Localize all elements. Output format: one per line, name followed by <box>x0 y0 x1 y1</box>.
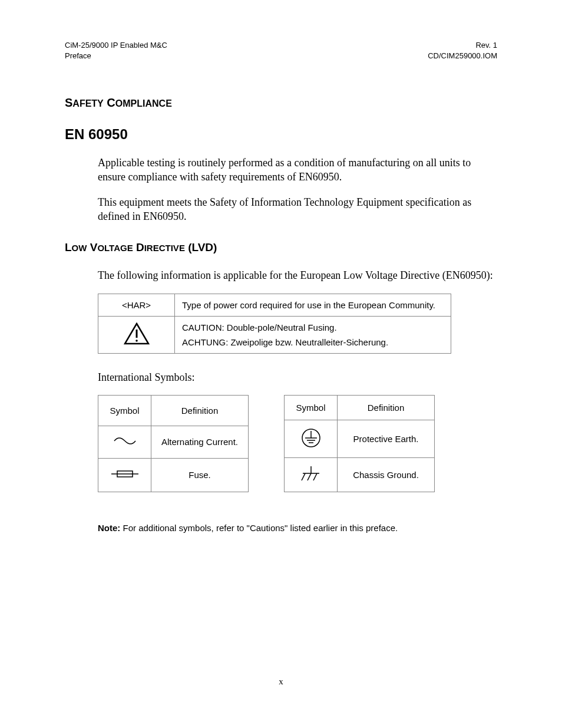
caution-triangle-icon <box>124 322 150 347</box>
definition-cell: Chassis Ground. <box>338 457 435 492</box>
table-cell-har: <HAR> <box>98 294 175 316</box>
heading-part: OMPLIANCE <box>115 98 172 108</box>
heading-part: IRECTIVE <box>144 243 185 253</box>
header-left-line2: Preface <box>65 51 167 61</box>
symbol-cell <box>285 457 338 492</box>
header-right-line2: CD/CIM259000.IOM <box>428 51 497 61</box>
note-paragraph: Note: For additional symbols, refer to "… <box>98 523 497 533</box>
symbol-table-left: Symbol Definition Alternating Current. <box>98 395 249 492</box>
heading-en60950: EN 60950 <box>65 126 497 143</box>
chassis-ground-icon <box>299 465 323 485</box>
table-cell-caution-icon <box>98 316 175 353</box>
heading-lvd: LOW VOLTAGE DIRECTIVE (LVD) <box>65 241 497 254</box>
fuse-icon <box>110 469 140 481</box>
section-en60950-body: Applicable testing is routinely performe… <box>98 156 497 223</box>
lvd-table: <HAR> Type of power cord required for us… <box>98 294 451 354</box>
heading-part: C <box>107 96 115 109</box>
paragraph: The following information is applicable … <box>98 268 497 282</box>
table-cell: Type of power cord required for use in t… <box>175 294 451 316</box>
header-right-line1: Rev. 1 <box>428 40 497 51</box>
definition-cell: Protective Earth. <box>338 420 435 457</box>
table-header-row: Symbol Definition <box>285 395 435 420</box>
symbol-table-right: Symbol Definition Protective Earth. <box>284 395 435 492</box>
table-row: Fuse. <box>98 458 249 492</box>
symbol-cell <box>98 426 151 459</box>
page-header: CiM-25/9000 IP Enabled M&C Preface Rev. … <box>65 40 497 61</box>
table-row: Protective Earth. <box>285 420 435 457</box>
svg-line-14 <box>302 473 305 480</box>
svg-line-15 <box>308 473 311 480</box>
caution-line-de: ACHTUNG: Zweipolige bzw. Neutralleiter-S… <box>182 337 444 347</box>
section-lvd-body: The following information is applicable … <box>98 268 497 282</box>
th-symbol: Symbol <box>285 395 338 420</box>
heading-part: AFETY <box>72 98 103 108</box>
heading-part: OW <box>72 243 87 253</box>
paragraph-international-symbols: International Symbols: <box>98 370 497 384</box>
heading-part: V <box>90 241 98 253</box>
definition-cell: Fuse. <box>151 458 249 492</box>
ac-wave-icon <box>113 436 137 447</box>
protective-earth-icon <box>300 427 322 450</box>
definition-cell: Alternating Current. <box>151 426 249 459</box>
header-left-line1: CiM-25/9000 IP Enabled M&C <box>65 40 167 51</box>
heading-part: (LVD) <box>188 241 217 253</box>
note-text: For additional symbols, refer to "Cautio… <box>120 523 398 533</box>
th-definition: Definition <box>151 395 249 426</box>
table-row: Chassis Ground. <box>285 457 435 492</box>
heading-safety-compliance: SAFETY COMPLIANCE <box>65 96 497 110</box>
paragraph: Applicable testing is routinely performe… <box>98 156 497 185</box>
caution-line-en: CAUTION: Double-pole/Neutral Fusing. <box>182 322 444 332</box>
th-symbol: Symbol <box>98 395 151 426</box>
header-right: Rev. 1 CD/CIM259000.IOM <box>428 40 497 61</box>
svg-point-2 <box>135 340 138 342</box>
paragraph: This equipment meets the Safety of Infor… <box>98 195 497 224</box>
symbol-cell <box>98 458 151 492</box>
table-row: CAUTION: Double-pole/Neutral Fusing. ACH… <box>98 316 451 353</box>
note-label: Note: <box>98 523 120 533</box>
heading-part: L <box>65 241 72 253</box>
symbol-tables-row: Symbol Definition Alternating Current. <box>98 395 497 492</box>
table-cell: CAUTION: Double-pole/Neutral Fusing. ACH… <box>175 316 451 353</box>
table-row: <HAR> Type of power cord required for us… <box>98 294 451 316</box>
th-definition: Definition <box>338 395 435 420</box>
heading-part: D <box>136 241 144 253</box>
table-row: Alternating Current. <box>98 426 249 459</box>
heading-part: OLTAGE <box>97 243 133 253</box>
symbol-cell <box>285 420 338 457</box>
table-header-row: Symbol Definition <box>98 395 249 426</box>
page-number: x <box>0 677 562 687</box>
header-left: CiM-25/9000 IP Enabled M&C Preface <box>65 40 167 61</box>
svg-line-16 <box>313 473 317 480</box>
heading-part: S <box>65 96 72 109</box>
